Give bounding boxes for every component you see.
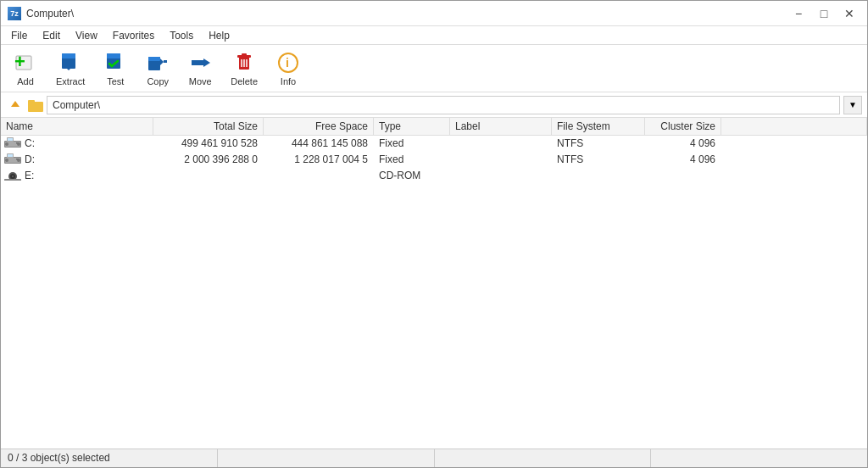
move-button[interactable]: Move bbox=[181, 47, 220, 91]
drive-d-cluster: 4 096 bbox=[645, 152, 721, 167]
svg-rect-37 bbox=[8, 154, 13, 157]
svg-rect-23 bbox=[28, 100, 35, 103]
info-icon: i bbox=[276, 51, 300, 75]
col-header-label[interactable]: Label bbox=[450, 118, 552, 135]
delete-label: Delete bbox=[231, 76, 258, 86]
status-section-4 bbox=[651, 449, 867, 467]
drive-c-free-space: 444 861 145 088 bbox=[264, 136, 374, 151]
svg-text:+: + bbox=[14, 51, 25, 72]
drive-d-type: Fixed bbox=[374, 152, 450, 167]
status-text: 0 / 3 object(s) selected bbox=[1, 449, 218, 467]
add-label: Add bbox=[17, 76, 34, 86]
col-header-cluster-size[interactable]: Cluster Size bbox=[645, 118, 721, 135]
menu-edit[interactable]: Edit bbox=[36, 28, 67, 43]
status-section-3 bbox=[435, 449, 652, 467]
drive-c-type: Fixed bbox=[374, 136, 450, 151]
status-section-2 bbox=[218, 449, 435, 467]
drive-e-free-space bbox=[264, 168, 374, 183]
col-header-type[interactable]: Type bbox=[374, 118, 450, 135]
drive-c-icon bbox=[4, 137, 21, 149]
drive-c-cluster: 4 096 bbox=[645, 136, 721, 151]
table-row[interactable]: C: 499 461 910 528 444 861 145 088 Fixed… bbox=[1, 136, 867, 152]
extract-icon bbox=[58, 51, 82, 75]
info-label: Info bbox=[281, 76, 296, 86]
app-icon: 7z bbox=[8, 7, 21, 20]
folder-icon bbox=[28, 98, 43, 112]
svg-point-27 bbox=[5, 142, 8, 146]
maximize-button[interactable]: □ bbox=[813, 5, 835, 22]
col-header-name[interactable]: Name bbox=[1, 118, 153, 135]
menu-favorites[interactable]: Favorites bbox=[106, 28, 161, 43]
svg-rect-15 bbox=[242, 53, 247, 56]
delete-icon bbox=[232, 51, 256, 75]
extract-label: Extract bbox=[56, 76, 85, 86]
menu-view[interactable]: View bbox=[69, 28, 104, 43]
drive-d-fs: NTFS bbox=[552, 152, 645, 167]
address-dropdown-button[interactable]: ▼ bbox=[843, 96, 862, 114]
add-icon: + bbox=[14, 51, 37, 75]
col-header-file-system[interactable]: File System bbox=[552, 118, 645, 135]
add-button[interactable]: + Add bbox=[6, 47, 45, 91]
svg-rect-12 bbox=[192, 60, 204, 65]
menu-help[interactable]: Help bbox=[202, 28, 236, 43]
delete-button[interactable]: Delete bbox=[223, 47, 265, 91]
copy-label: Copy bbox=[147, 76, 169, 86]
column-headers: Name Total Size Free Space Type Label Fi… bbox=[1, 118, 867, 136]
table-row[interactable]: D: 2 000 396 288 0 1 228 017 004 5 Fixed… bbox=[1, 152, 867, 168]
svg-marker-11 bbox=[203, 58, 210, 67]
menu-file[interactable]: File bbox=[4, 28, 34, 43]
drive-e-fs bbox=[552, 168, 645, 183]
table-row[interactable]: E: CD-ROM bbox=[1, 168, 867, 184]
svg-rect-10 bbox=[164, 60, 167, 63]
drive-d-icon bbox=[4, 153, 21, 165]
col-header-total-size[interactable]: Total Size bbox=[153, 118, 264, 135]
up-arrow-icon bbox=[8, 98, 22, 112]
address-input[interactable] bbox=[47, 96, 840, 114]
svg-text:i: i bbox=[286, 56, 289, 70]
minimize-button[interactable]: − bbox=[787, 5, 810, 22]
copy-button[interactable]: Copy bbox=[138, 47, 177, 91]
info-button[interactable]: i Info bbox=[269, 47, 308, 91]
menu-bar: File Edit View Favorites Tools Help bbox=[1, 26, 867, 45]
close-button[interactable]: ✕ bbox=[838, 5, 860, 22]
drive-c-name: C: bbox=[1, 136, 153, 151]
col-header-extra bbox=[721, 118, 867, 135]
svg-point-35 bbox=[17, 159, 20, 162]
svg-rect-6 bbox=[107, 53, 120, 58]
test-button[interactable]: Test bbox=[96, 47, 135, 91]
test-label: Test bbox=[107, 76, 124, 86]
drive-c-total-size: 499 461 910 528 bbox=[153, 136, 264, 151]
col-header-free-space[interactable]: Free Space bbox=[264, 118, 374, 135]
drive-e-cluster bbox=[645, 168, 721, 183]
drive-e-label bbox=[450, 168, 552, 183]
title-bar-controls: − □ ✕ bbox=[787, 5, 860, 22]
svg-rect-3 bbox=[62, 53, 75, 58]
svg-point-34 bbox=[5, 159, 8, 162]
nav-up-button[interactable] bbox=[6, 96, 25, 114]
status-bar: 0 / 3 object(s) selected bbox=[1, 448, 867, 467]
svg-marker-9 bbox=[160, 58, 164, 65]
file-list[interactable]: C: 499 461 910 528 444 861 145 088 Fixed… bbox=[1, 136, 867, 448]
title-bar: 7z Computer\ − □ ✕ bbox=[1, 1, 867, 26]
menu-tools[interactable]: Tools bbox=[163, 28, 200, 43]
svg-rect-41 bbox=[4, 179, 21, 181]
drive-c-fs: NTFS bbox=[552, 136, 645, 151]
extract-button[interactable]: Extract bbox=[48, 47, 92, 91]
drive-e-name: E: bbox=[1, 168, 153, 183]
svg-point-40 bbox=[12, 176, 14, 177]
drive-d-extra bbox=[721, 152, 867, 167]
drive-e-total-size bbox=[153, 168, 264, 183]
toolbar: + Add Extract Test Copy bbox=[1, 45, 867, 92]
copy-icon bbox=[146, 51, 170, 75]
drive-e-type: CD-ROM bbox=[374, 168, 450, 183]
drive-e-extra bbox=[721, 168, 867, 183]
drive-c-extra bbox=[721, 136, 867, 151]
drive-c-label bbox=[450, 136, 552, 151]
svg-rect-8 bbox=[148, 57, 160, 61]
drive-e-icon bbox=[4, 170, 21, 181]
title-bar-left: 7z Computer\ bbox=[8, 7, 74, 20]
svg-rect-30 bbox=[8, 138, 13, 141]
move-label: Move bbox=[189, 76, 212, 86]
svg-point-28 bbox=[17, 142, 20, 146]
move-icon bbox=[188, 51, 212, 75]
